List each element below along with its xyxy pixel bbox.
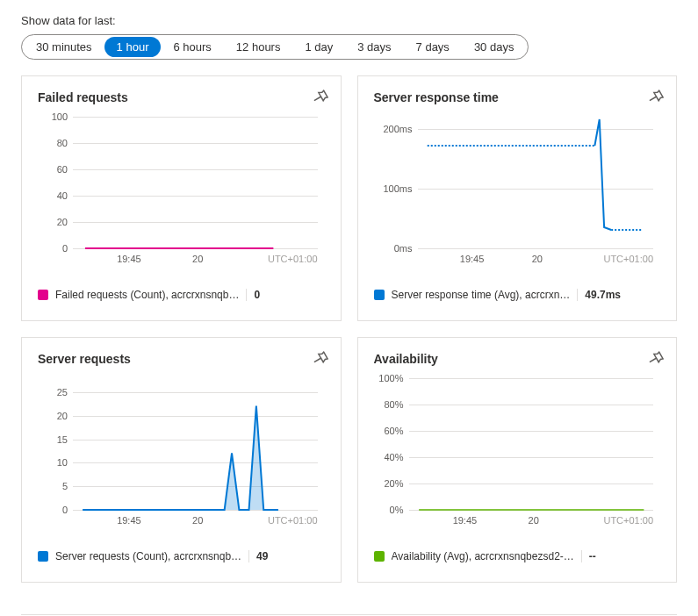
- plot-line: [418, 117, 654, 248]
- x-tick: 19:45: [73, 515, 192, 526]
- panel-availability[interactable]: Availability 100% 80% 60% 40% 20% 0% 19:…: [357, 337, 678, 583]
- time-pill-1h[interactable]: 1 hour: [104, 37, 162, 57]
- chart-legend: Failed requests (Count), acrcrxnsnqb… 0: [38, 289, 325, 301]
- legend-label: Server response time (Avg), acrcrxn…: [392, 289, 571, 301]
- y-tick: 25: [57, 387, 73, 398]
- legend-value: 0: [254, 289, 260, 301]
- panel-title: Availability: [374, 352, 661, 366]
- pin-icon[interactable]: [311, 350, 328, 368]
- y-tick: 80: [57, 138, 73, 148]
- y-tick: 15: [57, 434, 73, 445]
- pin-icon[interactable]: [311, 89, 328, 106]
- legend-separator: [248, 550, 249, 562]
- legend-separator: [581, 550, 582, 562]
- chart-legend: Server response time (Avg), acrcrxn… 49.…: [374, 289, 661, 301]
- y-tick: 20: [57, 217, 73, 227]
- y-tick: 40: [57, 190, 73, 201]
- y-tick: 0: [62, 243, 73, 254]
- x-tick: 19:45: [73, 254, 192, 264]
- time-pill-30m[interactable]: 30 minutes: [24, 37, 104, 57]
- time-pill-30d[interactable]: 30 days: [462, 37, 527, 57]
- time-pill-1d[interactable]: 1 day: [292, 37, 345, 57]
- pin-icon[interactable]: [646, 350, 664, 368]
- time-pill-6h[interactable]: 6 hours: [161, 37, 223, 57]
- legend-swatch: [374, 551, 385, 562]
- y-tick: 60: [57, 164, 73, 175]
- time-filter-pills: 30 minutes 1 hour 6 hours 12 hours 1 day…: [21, 34, 529, 60]
- x-axis: 19:45 20 UTC+01:00: [418, 254, 654, 264]
- y-tick: 100ms: [383, 183, 417, 194]
- y-tick: 20%: [384, 478, 408, 489]
- chart-server-requests: 25 20 15 10 5 0: [73, 378, 318, 510]
- x-tick: 20: [192, 254, 268, 264]
- panel-failed-requests[interactable]: Failed requests 100 80 60 40 20 0 19:45 …: [21, 75, 342, 321]
- chart-server-response-time: 200ms 100ms 0ms: [418, 117, 654, 248]
- legend-value: --: [589, 550, 596, 562]
- x-tick: 19:45: [418, 254, 532, 264]
- legend-swatch: [38, 290, 48, 300]
- chart-availability: 100% 80% 60% 40% 20% 0%: [409, 378, 654, 510]
- y-tick: 5: [62, 481, 73, 491]
- chart-failed-requests: 100 80 60 40 20 0: [73, 117, 318, 248]
- panel-server-response-time[interactable]: Server response time 200ms 100ms 0ms 19:…: [357, 75, 678, 321]
- y-tick: 200ms: [383, 124, 417, 134]
- y-tick: 100: [52, 111, 73, 122]
- time-pill-3d[interactable]: 3 days: [345, 37, 403, 57]
- legend-value: 49.7ms: [585, 289, 621, 301]
- plot-line: [409, 378, 654, 510]
- chart-legend: Server requests (Count), acrcrxnsnqb… 49: [38, 550, 325, 562]
- legend-separator: [577, 289, 578, 301]
- y-tick: 20: [57, 411, 73, 421]
- plot-line: [73, 117, 318, 248]
- x-tick: 20: [532, 254, 604, 264]
- y-tick: 0%: [390, 505, 409, 515]
- time-filter-label: Show data for last:: [21, 14, 677, 27]
- panel-title: Server requests: [38, 352, 325, 366]
- legend-value: 49: [256, 550, 268, 562]
- y-tick: 40%: [384, 452, 408, 462]
- x-timezone: UTC+01:00: [268, 254, 318, 264]
- legend-label: Failed requests (Count), acrcrxnsnqb…: [55, 289, 239, 301]
- x-tick: 20: [192, 515, 268, 526]
- y-tick: 10: [57, 457, 73, 468]
- legend-label: Server requests (Count), acrcrxnsnqb…: [55, 550, 241, 562]
- y-tick: 100%: [378, 373, 408, 383]
- x-tick: 19:45: [409, 515, 529, 526]
- legend-swatch: [374, 290, 385, 300]
- pin-icon[interactable]: [646, 89, 664, 106]
- y-tick: 0ms: [394, 243, 418, 254]
- panels-grid: Failed requests 100 80 60 40 20 0 19:45 …: [21, 75, 677, 583]
- panel-title: Failed requests: [38, 90, 325, 104]
- x-timezone: UTC+01:00: [603, 515, 653, 526]
- x-tick: 20: [529, 515, 604, 526]
- plot-area: [73, 378, 318, 510]
- chart-legend: Availability (Avg), acrcrxnsnqbezsd2-… -…: [374, 550, 661, 562]
- x-axis: 19:45 20 UTC+01:00: [409, 515, 654, 526]
- y-tick: 0: [62, 505, 73, 515]
- x-timezone: UTC+01:00: [603, 254, 653, 264]
- x-axis: 19:45 20 UTC+01:00: [73, 515, 318, 526]
- legend-swatch: [38, 551, 48, 562]
- legend-label: Availability (Avg), acrcrxnsnqbezsd2-…: [392, 550, 574, 562]
- y-tick: 60%: [384, 426, 408, 436]
- footer-divider: [21, 614, 677, 615]
- panel-server-requests[interactable]: Server requests 25 20 15 10 5 0 19:45 20…: [21, 337, 342, 583]
- y-tick: 80%: [384, 399, 408, 410]
- x-axis: 19:45 20 UTC+01:00: [73, 254, 318, 264]
- legend-separator: [246, 289, 247, 301]
- time-pill-12h[interactable]: 12 hours: [224, 37, 293, 57]
- time-pill-7d[interactable]: 7 days: [404, 37, 462, 57]
- panel-title: Server response time: [374, 90, 661, 104]
- x-timezone: UTC+01:00: [268, 515, 318, 526]
